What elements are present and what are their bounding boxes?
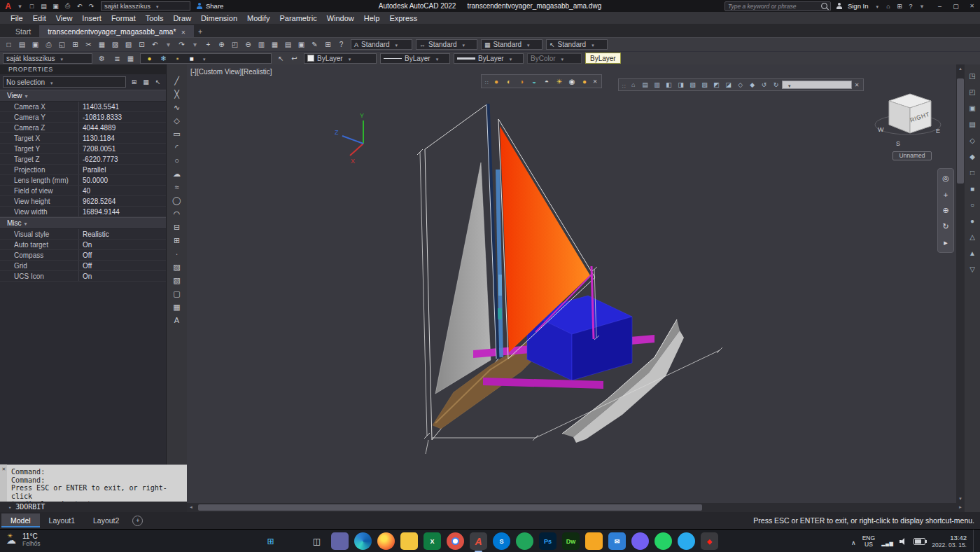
messenger-icon[interactable] (678, 532, 695, 550)
plot-style-edit-field[interactable]: ByLayer (585, 53, 621, 64)
ellipse-icon[interactable]: ◯ (170, 194, 183, 207)
arc-icon[interactable]: ◜ (170, 141, 183, 153)
layer-combo[interactable]: ●❄▪■ (140, 53, 272, 64)
file-explorer-icon[interactable] (400, 532, 418, 550)
tab-start[interactable]: Start (7, 25, 39, 37)
linetype-combo[interactable]: ByLayer (380, 53, 450, 64)
qat-dropdown-icon[interactable]: ▾ (15, 1, 25, 11)
new-layout-button[interactable] (132, 516, 143, 526)
lineweight-combo[interactable]: ByLayer (454, 53, 524, 64)
designcenter-icon[interactable]: ▦ (269, 39, 281, 50)
qnew-icon[interactable]: □ (3, 39, 15, 50)
layer-previous-icon[interactable]: ↩ (288, 53, 300, 64)
orange-app-icon[interactable] (585, 532, 603, 550)
orbit-tool-icon[interactable]: ↻ (939, 220, 953, 233)
dreamweaver-icon[interactable]: Dw (562, 532, 580, 550)
autocad-logo-icon[interactable]: A (3, 1, 13, 11)
excel-icon[interactable]: X (424, 532, 441, 550)
sign-in-button[interactable]: Sign In (848, 2, 869, 10)
show-desktop-button[interactable] (973, 530, 976, 552)
command-window[interactable]: Command: Command: Press ESC or ENTER to … (0, 464, 187, 502)
side-toolbar-icon[interactable]: ▤ (966, 118, 979, 130)
scroll-down-icon[interactable]: ▼ (956, 495, 965, 503)
publish-icon[interactable]: ⊞ (69, 39, 81, 50)
side-toolbar-icon[interactable]: □ (966, 167, 979, 179)
qat-undo-icon[interactable]: ↶ (74, 1, 85, 11)
open-icon[interactable]: ▤ (16, 39, 28, 50)
side-toolbar-icon[interactable]: ▽ (966, 263, 979, 275)
mleader-style-combo[interactable]: ↖ Standard (546, 39, 608, 50)
firefox-icon[interactable] (377, 532, 395, 550)
zoom-previous-icon[interactable]: ⊖ (242, 39, 254, 50)
make-block-icon[interactable]: ⊞ (170, 234, 183, 247)
gray-sail[interactable] (435, 163, 491, 394)
viewport-controls-label[interactable]: [-][Custom View][Realistic] (190, 68, 272, 76)
plot-icon[interactable]: ⎙ (43, 39, 55, 50)
polyline-icon[interactable]: ∿ (170, 101, 183, 113)
spline-icon[interactable]: ≈ (170, 181, 183, 193)
copy-icon[interactable]: ▦ (96, 39, 108, 50)
quick-select-icon[interactable]: ▦ (141, 77, 151, 88)
share-button[interactable]: Share (196, 2, 223, 10)
task-view-icon[interactable]: ◫ (308, 532, 326, 550)
menu-help[interactable]: Help (359, 14, 385, 22)
chrome-icon[interactable] (447, 532, 464, 550)
help-dropdown-icon[interactable]: ▾ (917, 1, 927, 11)
workspace-switch-combo[interactable]: saját klasszikus (3, 53, 92, 64)
color-combo[interactable]: ByLayer (304, 53, 377, 64)
render-toolbar-close-icon[interactable] (591, 77, 599, 85)
table-style-combo[interactable]: ▦ Standard (481, 39, 542, 50)
gradient-icon[interactable]: ▧ (170, 274, 183, 287)
side-toolbar-icon[interactable]: ● (966, 215, 979, 227)
language-indicator[interactable]: ENGUS (862, 535, 875, 548)
whatsapp-icon[interactable] (654, 532, 672, 550)
tab-close-icon[interactable] (181, 27, 186, 36)
mast[interactable] (488, 104, 498, 359)
webex-icon[interactable] (516, 532, 533, 550)
front-view-icon[interactable]: ▧ (687, 81, 698, 90)
construction-line-icon[interactable]: ╳ (170, 88, 183, 100)
workspace-settings-icon[interactable]: ⚙ (96, 53, 108, 64)
toolbar-help-icon[interactable]: ? (335, 39, 347, 50)
side-toolbar-icon[interactable]: ▣ (966, 102, 979, 114)
showmotion-icon[interactable]: ▸ (939, 236, 953, 249)
scroll-up-icon[interactable]: ▲ (956, 64, 965, 73)
block-editor-icon[interactable]: ⊡ (136, 39, 148, 50)
side-toolbar-icon[interactable]: ▲ (966, 247, 979, 259)
side-toolbar-icon[interactable]: ◰ (966, 86, 979, 98)
tab-document[interactable]: transcendentvoyager_magasabb_ama* (39, 25, 194, 37)
zoom-tool-icon[interactable]: ⊕ (939, 204, 953, 217)
restore-button[interactable]: ▢ (948, 0, 964, 12)
render-icon[interactable]: ● (491, 76, 502, 86)
hatch-icon[interactable]: ▨ (170, 261, 183, 273)
workspace-combo[interactable]: saját klasszikus (101, 1, 190, 11)
nw-iso-icon[interactable]: ◆ (747, 81, 757, 90)
hidden-icons-chevron[interactable] (851, 535, 856, 548)
menu-modify[interactable]: Modify (242, 14, 274, 22)
selection-type-combo[interactable]: No selection (3, 76, 126, 88)
render-window-icon[interactable]: ● (579, 76, 590, 86)
undo-icon[interactable]: ↶ (149, 39, 161, 50)
command-close-icon[interactable] (1, 466, 7, 472)
tab-layout2[interactable]: Layout2 (84, 513, 128, 527)
render-lights-icon[interactable]: ☀ (554, 76, 565, 86)
menu-dimension[interactable]: Dimension (196, 14, 242, 22)
autocad-icon[interactable]: A (470, 532, 487, 550)
section-view[interactable]: View (0, 90, 166, 102)
toolbar-grip[interactable] (621, 78, 627, 91)
layer-states-icon[interactable]: ▦ (125, 53, 136, 64)
search-button[interactable] (285, 532, 302, 550)
qat-open-icon[interactable]: ▤ (38, 1, 49, 11)
qat-redo-icon[interactable]: ↷ (86, 1, 97, 11)
side-toolbar-icon[interactable]: ◳ (966, 70, 979, 82)
close-button[interactable] (964, 0, 980, 12)
quickcalc-icon[interactable]: ⊞ (322, 39, 334, 50)
region-icon[interactable]: ▢ (170, 287, 183, 300)
command-input[interactable]: 3DORBIT (0, 502, 187, 512)
text-style-combo[interactable]: A Standard (351, 39, 412, 50)
layer-freeze-icon[interactable]: ❄ (158, 53, 169, 64)
render-quality-icon[interactable]: ◑ (516, 76, 527, 86)
toggle-value-icon[interactable]: ⊞ (129, 77, 139, 88)
start-button[interactable]: ⊞ (262, 532, 279, 550)
layer-on-icon[interactable]: ● (144, 53, 155, 64)
